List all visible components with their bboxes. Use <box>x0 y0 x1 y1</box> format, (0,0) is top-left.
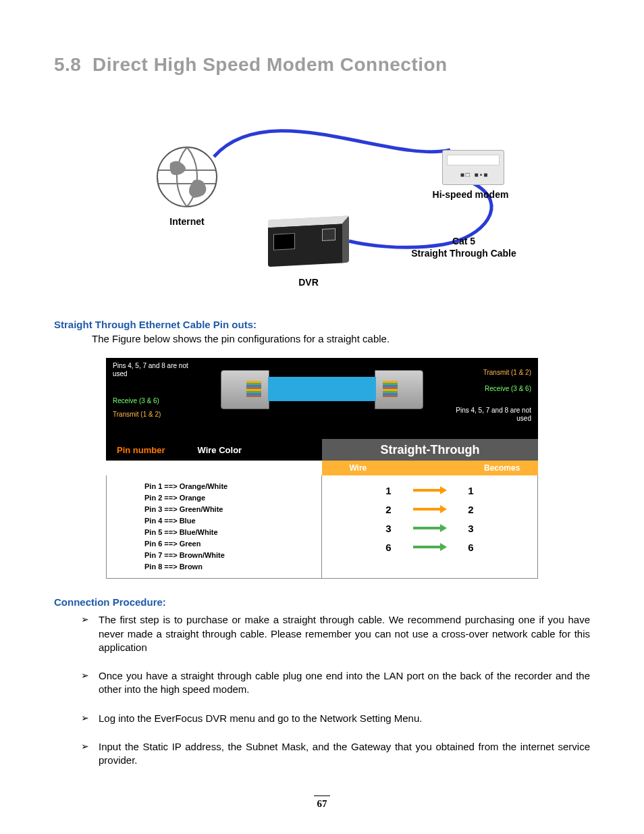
wire-col-header: Wire <box>322 463 394 473</box>
pin-sub-header: Wire Becomes <box>106 461 538 475</box>
left-transmit-label: Transmit (1 & 2) <box>113 411 161 419</box>
arrow-icon <box>413 544 447 550</box>
pin-left-header: Pin number Wire Color <box>106 439 322 461</box>
left-unused-label: Pins 4, 5, 7 and 8 are not used <box>113 362 194 378</box>
pin-row: Pin 1 ==> Orange/White <box>144 481 321 492</box>
section-number: 5.8 <box>54 54 81 75</box>
procedure-item: Log into the EverFocus DVR menu and go t… <box>81 712 590 725</box>
arrow-icon <box>413 525 447 531</box>
cable-label: Cat 5 Straight Through Cable <box>410 235 518 259</box>
right-transmit-label: Transmit (1 & 2) <box>483 369 531 377</box>
section-title-text: Direct High Speed Modem Connection <box>92 54 448 75</box>
section-heading: 5.8 Direct High Speed Modem Connection <box>54 54 590 76</box>
map-to: 2 <box>451 504 491 515</box>
page-number: 67 <box>0 796 644 810</box>
pin-table-body: Pin 1 ==> Orange/WhitePin 2 ==> OrangePi… <box>106 475 538 579</box>
left-receive-label: Receive (3 & 6) <box>113 397 159 405</box>
pinouts-caption: The Figure below shows the pin configura… <box>92 333 590 344</box>
cable-label-top: Cat 5 <box>410 235 518 247</box>
dvr-label: DVR <box>268 277 349 288</box>
map-from: 3 <box>369 523 409 534</box>
dvr-icon <box>268 217 349 271</box>
pin-row: Pin 4 ==> Blue <box>144 515 321 527</box>
rj45-left-icon <box>221 370 269 409</box>
svg-point-0 <box>157 147 217 207</box>
map-from: 6 <box>369 542 409 553</box>
rj45-right-icon <box>375 370 423 409</box>
pin-row: Pin 8 ==> Brown <box>144 561 321 573</box>
wire-color-header: Wire Color <box>198 445 242 455</box>
pin-row: Pin 3 ==> Green/White <box>144 504 321 515</box>
cable-body <box>268 377 376 401</box>
procedure-item: Input the Static IP address, the Subnet … <box>81 740 590 768</box>
becomes-col-header: Becomes <box>466 463 538 473</box>
pin-number-header: Pin number <box>117 445 165 455</box>
pinout-figure: Pins 4, 5, 7 and 8 are not used Receive … <box>106 358 538 579</box>
mapping-row: 66 <box>322 538 537 556</box>
procedure-item: Once you have a straight through cable p… <box>81 669 590 697</box>
topology-figure: Internet Hi-speed modem DVR Cat 5 Straig… <box>133 103 511 298</box>
internet-globe-icon <box>153 143 221 211</box>
page: 5.8 Direct High Speed Modem Connection I… <box>0 0 644 834</box>
modem-icon <box>442 150 504 185</box>
arrow-icon <box>413 506 447 513</box>
mapping-row: 33 <box>322 519 537 538</box>
cable-label-bottom: Straight Through Cable <box>411 248 516 259</box>
arrow-icon <box>413 487 447 494</box>
mapping-list: 11223366 <box>322 475 538 579</box>
pin-list: Pin 1 ==> Orange/WhitePin 2 ==> OrangePi… <box>106 475 322 579</box>
mapping-row: 11 <box>322 481 537 500</box>
right-unused-label: Pins 4, 5, 7 and 8 are not used <box>450 407 531 423</box>
straight-through-title: Straight-Through <box>322 439 538 461</box>
map-to: 6 <box>451 542 491 553</box>
pin-table-header: Pin number Wire Color Straight-Through <box>106 439 538 461</box>
pin-row: Pin 6 ==> Green <box>144 538 321 550</box>
modem-label: Hi-speed modem <box>423 189 518 200</box>
map-from: 1 <box>369 485 409 496</box>
mapping-row: 22 <box>322 500 537 519</box>
pin-row: Pin 2 ==> Orange <box>144 492 321 504</box>
internet-label: Internet <box>153 216 221 227</box>
right-receive-label: Receive (3 & 6) <box>485 385 531 393</box>
map-from: 2 <box>369 504 409 515</box>
procedure-heading: Connection Procedure: <box>54 596 590 608</box>
map-to: 3 <box>451 523 491 534</box>
pinouts-heading: Straight Through Ethernet Cable Pin outs… <box>54 319 590 330</box>
map-to: 1 <box>451 485 491 496</box>
pin-row: Pin 5 ==> Blue/White <box>144 527 321 538</box>
cable-diagram: Pins 4, 5, 7 and 8 are not used Receive … <box>106 358 538 439</box>
procedure-list: The first step is to purchase or make a … <box>54 613 590 767</box>
procedure-item: The first step is to purchase or make a … <box>81 613 590 654</box>
pin-row: Pin 7 ==> Brown/White <box>144 550 321 561</box>
